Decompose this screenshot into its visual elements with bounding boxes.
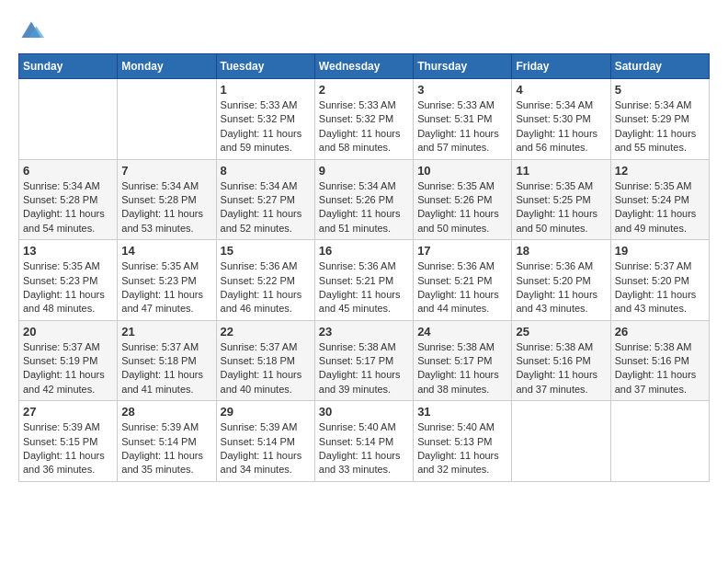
day-info: Sunrise: 5:35 AM Sunset: 5:26 PM Dayligh… — [417, 179, 507, 236]
day-info: Sunrise: 5:39 AM Sunset: 5:14 PM Dayligh… — [221, 420, 311, 477]
calendar-cell: 9Sunrise: 5:34 AM Sunset: 5:26 PM Daylig… — [314, 159, 413, 240]
calendar-cell: 21Sunrise: 5:37 AM Sunset: 5:18 PM Dayli… — [118, 320, 216, 401]
calendar-cell: 7Sunrise: 5:34 AM Sunset: 5:28 PM Daylig… — [118, 159, 216, 240]
day-number: 18 — [516, 244, 606, 258]
day-info: Sunrise: 5:36 AM Sunset: 5:20 PM Dayligh… — [516, 259, 606, 316]
calendar-cell: 25Sunrise: 5:38 AM Sunset: 5:16 PM Dayli… — [512, 320, 610, 401]
calendar-cell: 12Sunrise: 5:35 AM Sunset: 5:24 PM Dayli… — [610, 159, 709, 240]
logo-icon — [18, 18, 44, 44]
day-info: Sunrise: 5:34 AM Sunset: 5:28 PM Dayligh… — [23, 179, 113, 236]
day-info: Sunrise: 5:35 AM Sunset: 5:23 PM Dayligh… — [23, 259, 113, 316]
day-number: 3 — [417, 83, 507, 97]
day-number: 16 — [319, 244, 409, 258]
day-number: 6 — [23, 164, 113, 178]
day-info: Sunrise: 5:36 AM Sunset: 5:21 PM Dayligh… — [319, 259, 409, 316]
day-number: 5 — [615, 83, 705, 97]
calendar-cell — [19, 79, 118, 160]
day-number: 19 — [615, 244, 705, 258]
day-info: Sunrise: 5:37 AM Sunset: 5:18 PM Dayligh… — [121, 340, 211, 397]
day-info: Sunrise: 5:35 AM Sunset: 5:24 PM Dayligh… — [615, 179, 705, 236]
day-info: Sunrise: 5:38 AM Sunset: 5:17 PM Dayligh… — [319, 340, 409, 397]
day-number: 4 — [516, 83, 606, 97]
calendar-cell: 16Sunrise: 5:36 AM Sunset: 5:21 PM Dayli… — [314, 240, 413, 321]
calendar-cell: 28Sunrise: 5:39 AM Sunset: 5:14 PM Dayli… — [118, 401, 216, 482]
day-info: Sunrise: 5:39 AM Sunset: 5:14 PM Dayligh… — [121, 420, 211, 477]
day-number: 7 — [121, 164, 211, 178]
calendar-cell: 19Sunrise: 5:37 AM Sunset: 5:20 PM Dayli… — [610, 240, 709, 321]
day-number: 30 — [319, 405, 409, 419]
calendar-cell: 2Sunrise: 5:33 AM Sunset: 5:32 PM Daylig… — [314, 79, 413, 160]
day-header-tuesday: Tuesday — [216, 54, 314, 79]
day-info: Sunrise: 5:33 AM Sunset: 5:32 PM Dayligh… — [221, 98, 311, 155]
calendar-cell: 27Sunrise: 5:39 AM Sunset: 5:15 PM Dayli… — [19, 401, 118, 482]
calendar-cell — [610, 401, 709, 482]
day-number: 27 — [23, 405, 113, 419]
calendar-cell: 18Sunrise: 5:36 AM Sunset: 5:20 PM Dayli… — [512, 240, 610, 321]
day-number: 13 — [23, 244, 113, 258]
day-number: 26 — [615, 325, 705, 339]
day-number: 17 — [417, 244, 507, 258]
day-info: Sunrise: 5:39 AM Sunset: 5:15 PM Dayligh… — [23, 420, 113, 477]
calendar-cell: 29Sunrise: 5:39 AM Sunset: 5:14 PM Dayli… — [216, 401, 314, 482]
day-info: Sunrise: 5:34 AM Sunset: 5:29 PM Dayligh… — [615, 98, 705, 155]
calendar-cell: 3Sunrise: 5:33 AM Sunset: 5:31 PM Daylig… — [414, 79, 512, 160]
day-info: Sunrise: 5:38 AM Sunset: 5:16 PM Dayligh… — [516, 340, 606, 397]
calendar-cell: 23Sunrise: 5:38 AM Sunset: 5:17 PM Dayli… — [314, 320, 413, 401]
day-number: 28 — [121, 405, 211, 419]
day-info: Sunrise: 5:40 AM Sunset: 5:14 PM Dayligh… — [319, 420, 409, 477]
calendar-cell: 15Sunrise: 5:36 AM Sunset: 5:22 PM Dayli… — [216, 240, 314, 321]
day-number: 23 — [319, 325, 409, 339]
day-info: Sunrise: 5:34 AM Sunset: 5:27 PM Dayligh… — [221, 179, 311, 236]
calendar-cell: 11Sunrise: 5:35 AM Sunset: 5:25 PM Dayli… — [512, 159, 610, 240]
day-number: 8 — [221, 164, 311, 178]
day-info: Sunrise: 5:40 AM Sunset: 5:13 PM Dayligh… — [417, 420, 507, 477]
day-number: 31 — [417, 405, 507, 419]
calendar-cell: 4Sunrise: 5:34 AM Sunset: 5:30 PM Daylig… — [512, 79, 610, 160]
day-number: 14 — [121, 244, 211, 258]
calendar-header: SundayMondayTuesdayWednesdayThursdayFrid… — [19, 54, 710, 79]
calendar-table: SundayMondayTuesdayWednesdayThursdayFrid… — [18, 53, 710, 482]
day-number: 15 — [221, 244, 311, 258]
calendar-cell: 31Sunrise: 5:40 AM Sunset: 5:13 PM Dayli… — [414, 401, 512, 482]
logo — [18, 18, 48, 44]
day-info: Sunrise: 5:34 AM Sunset: 5:30 PM Dayligh… — [516, 98, 606, 155]
calendar-cell — [512, 401, 610, 482]
calendar-cell: 26Sunrise: 5:38 AM Sunset: 5:16 PM Dayli… — [610, 320, 709, 401]
day-info: Sunrise: 5:37 AM Sunset: 5:19 PM Dayligh… — [23, 340, 113, 397]
calendar-cell: 24Sunrise: 5:38 AM Sunset: 5:17 PM Dayli… — [414, 320, 512, 401]
day-info: Sunrise: 5:37 AM Sunset: 5:18 PM Dayligh… — [221, 340, 311, 397]
day-info: Sunrise: 5:37 AM Sunset: 5:20 PM Dayligh… — [615, 259, 705, 316]
day-number: 1 — [221, 83, 311, 97]
day-header-saturday: Saturday — [610, 54, 709, 79]
day-info: Sunrise: 5:38 AM Sunset: 5:16 PM Dayligh… — [615, 340, 705, 397]
calendar-cell: 13Sunrise: 5:35 AM Sunset: 5:23 PM Dayli… — [19, 240, 118, 321]
day-number: 25 — [516, 325, 606, 339]
calendar-cell: 14Sunrise: 5:35 AM Sunset: 5:23 PM Dayli… — [118, 240, 216, 321]
day-number: 29 — [221, 405, 311, 419]
day-info: Sunrise: 5:33 AM Sunset: 5:31 PM Dayligh… — [417, 98, 507, 155]
calendar-cell: 10Sunrise: 5:35 AM Sunset: 5:26 PM Dayli… — [414, 159, 512, 240]
day-number: 10 — [417, 164, 507, 178]
day-info: Sunrise: 5:33 AM Sunset: 5:32 PM Dayligh… — [319, 98, 409, 155]
day-header-wednesday: Wednesday — [314, 54, 413, 79]
day-info: Sunrise: 5:34 AM Sunset: 5:26 PM Dayligh… — [319, 179, 409, 236]
calendar-cell: 8Sunrise: 5:34 AM Sunset: 5:27 PM Daylig… — [216, 159, 314, 240]
day-info: Sunrise: 5:36 AM Sunset: 5:22 PM Dayligh… — [221, 259, 311, 316]
day-header-thursday: Thursday — [414, 54, 512, 79]
calendar-cell: 5Sunrise: 5:34 AM Sunset: 5:29 PM Daylig… — [610, 79, 709, 160]
day-info: Sunrise: 5:34 AM Sunset: 5:28 PM Dayligh… — [121, 179, 211, 236]
page-header — [18, 18, 710, 44]
calendar-cell: 30Sunrise: 5:40 AM Sunset: 5:14 PM Dayli… — [314, 401, 413, 482]
day-number: 20 — [23, 325, 113, 339]
day-info: Sunrise: 5:38 AM Sunset: 5:17 PM Dayligh… — [417, 340, 507, 397]
day-number: 9 — [319, 164, 409, 178]
calendar-cell: 22Sunrise: 5:37 AM Sunset: 5:18 PM Dayli… — [216, 320, 314, 401]
day-number: 12 — [615, 164, 705, 178]
day-number: 24 — [417, 325, 507, 339]
calendar-cell: 20Sunrise: 5:37 AM Sunset: 5:19 PM Dayli… — [19, 320, 118, 401]
day-header-monday: Monday — [118, 54, 216, 79]
calendar-cell — [118, 79, 216, 160]
day-number: 2 — [319, 83, 409, 97]
day-header-sunday: Sunday — [19, 54, 118, 79]
calendar-cell: 1Sunrise: 5:33 AM Sunset: 5:32 PM Daylig… — [216, 79, 314, 160]
